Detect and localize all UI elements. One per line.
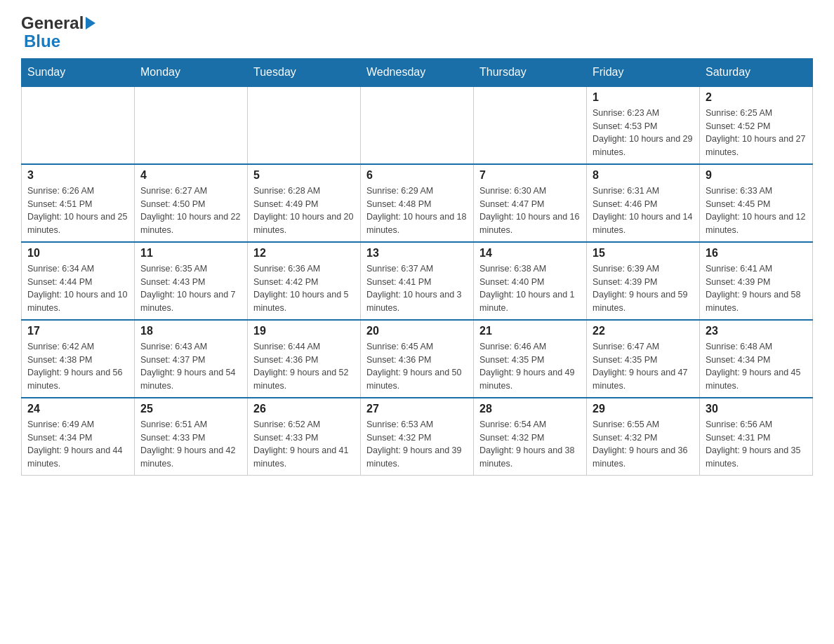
day-info: Sunrise: 6:28 AMSunset: 4:49 PMDaylight:…: [253, 185, 355, 237]
day-info: Sunrise: 6:43 AMSunset: 4:37 PMDaylight:…: [140, 340, 241, 393]
day-info: Sunrise: 6:55 AMSunset: 4:32 PMDaylight:…: [593, 418, 694, 471]
day-number: 17: [27, 325, 128, 337]
cell-week4-day5: 22Sunrise: 6:47 AMSunset: 4:35 PMDayligh…: [587, 320, 700, 398]
day-info: Sunrise: 6:30 AMSunset: 4:47 PMDaylight:…: [479, 185, 581, 237]
day-info: Sunrise: 6:33 AMSunset: 4:45 PMDaylight:…: [706, 185, 807, 237]
day-number: 27: [366, 403, 468, 415]
cell-week3-day5: 15Sunrise: 6:39 AMSunset: 4:39 PMDayligh…: [587, 242, 700, 320]
col-monday: Monday: [135, 58, 248, 86]
cell-week1-day6: 2Sunrise: 6:25 AMSunset: 4:52 PMDaylight…: [700, 86, 813, 164]
cell-week2-day5: 8Sunrise: 6:31 AMSunset: 4:46 PMDaylight…: [587, 164, 700, 242]
calendar-header-row: Sunday Monday Tuesday Wednesday Thursday…: [22, 58, 813, 86]
day-info: Sunrise: 6:25 AMSunset: 4:52 PMDaylight:…: [706, 107, 807, 159]
day-number: 3: [27, 169, 128, 182]
day-info: Sunrise: 6:44 AMSunset: 4:36 PMDaylight:…: [253, 340, 355, 393]
cell-week1-day0: [22, 86, 135, 164]
day-number: 6: [366, 169, 468, 182]
day-info: Sunrise: 6:34 AMSunset: 4:44 PMDaylight:…: [27, 262, 128, 315]
day-info: Sunrise: 6:35 AMSunset: 4:43 PMDaylight:…: [140, 262, 241, 315]
day-number: 12: [253, 247, 355, 260]
cell-week1-day2: [248, 86, 361, 164]
col-tuesday: Tuesday: [248, 58, 361, 86]
day-number: 1: [593, 91, 694, 104]
calendar-table: Sunday Monday Tuesday Wednesday Thursday…: [21, 58, 813, 476]
cell-week2-day3: 6Sunrise: 6:29 AMSunset: 4:48 PMDaylight…: [361, 164, 474, 242]
cell-week5-day4: 28Sunrise: 6:54 AMSunset: 4:32 PMDayligh…: [474, 398, 587, 476]
cell-week2-day6: 9Sunrise: 6:33 AMSunset: 4:45 PMDaylight…: [700, 164, 813, 242]
cell-week1-day4: [474, 86, 587, 164]
col-sunday: Sunday: [22, 58, 135, 86]
day-number: 9: [706, 169, 807, 182]
page-header: General Blue: [21, 14, 813, 51]
day-info: Sunrise: 6:49 AMSunset: 4:34 PMDaylight:…: [27, 418, 128, 471]
col-wednesday: Wednesday: [361, 58, 474, 86]
cell-week2-day0: 3Sunrise: 6:26 AMSunset: 4:51 PMDaylight…: [22, 164, 135, 242]
day-info: Sunrise: 6:23 AMSunset: 4:53 PMDaylight:…: [593, 107, 694, 159]
day-number: 20: [366, 325, 468, 337]
day-number: 15: [593, 247, 694, 260]
week-row-1: 1Sunrise: 6:23 AMSunset: 4:53 PMDaylight…: [22, 86, 813, 164]
cell-week4-day1: 18Sunrise: 6:43 AMSunset: 4:37 PMDayligh…: [135, 320, 248, 398]
day-info: Sunrise: 6:46 AMSunset: 4:35 PMDaylight:…: [479, 340, 581, 393]
week-row-2: 3Sunrise: 6:26 AMSunset: 4:51 PMDaylight…: [22, 164, 813, 242]
week-row-3: 10Sunrise: 6:34 AMSunset: 4:44 PMDayligh…: [22, 242, 813, 320]
week-row-5: 24Sunrise: 6:49 AMSunset: 4:34 PMDayligh…: [22, 398, 813, 476]
day-info: Sunrise: 6:47 AMSunset: 4:35 PMDaylight:…: [593, 340, 694, 393]
day-number: 24: [27, 403, 128, 415]
day-info: Sunrise: 6:37 AMSunset: 4:41 PMDaylight:…: [366, 262, 468, 315]
day-number: 19: [253, 325, 355, 337]
cell-week3-day2: 12Sunrise: 6:36 AMSunset: 4:42 PMDayligh…: [248, 242, 361, 320]
day-number: 4: [140, 169, 241, 182]
day-number: 22: [593, 325, 694, 337]
cell-week5-day2: 26Sunrise: 6:52 AMSunset: 4:33 PMDayligh…: [248, 398, 361, 476]
logo-general-text: General: [21, 14, 95, 32]
cell-week5-day1: 25Sunrise: 6:51 AMSunset: 4:33 PMDayligh…: [135, 398, 248, 476]
col-thursday: Thursday: [474, 58, 587, 86]
day-number: 2: [706, 91, 807, 104]
day-info: Sunrise: 6:54 AMSunset: 4:32 PMDaylight:…: [479, 418, 581, 471]
col-saturday: Saturday: [700, 58, 813, 86]
cell-week4-day0: 17Sunrise: 6:42 AMSunset: 4:38 PMDayligh…: [22, 320, 135, 398]
day-number: 18: [140, 325, 241, 337]
day-info: Sunrise: 6:36 AMSunset: 4:42 PMDaylight:…: [253, 262, 355, 315]
day-number: 16: [706, 247, 807, 260]
day-number: 5: [253, 169, 355, 182]
day-info: Sunrise: 6:39 AMSunset: 4:39 PMDaylight:…: [593, 262, 694, 315]
cell-week3-day6: 16Sunrise: 6:41 AMSunset: 4:39 PMDayligh…: [700, 242, 813, 320]
cell-week4-day3: 20Sunrise: 6:45 AMSunset: 4:36 PMDayligh…: [361, 320, 474, 398]
cell-week5-day0: 24Sunrise: 6:49 AMSunset: 4:34 PMDayligh…: [22, 398, 135, 476]
day-info: Sunrise: 6:52 AMSunset: 4:33 PMDaylight:…: [253, 418, 355, 471]
cell-week1-day1: [135, 86, 248, 164]
cell-week5-day5: 29Sunrise: 6:55 AMSunset: 4:32 PMDayligh…: [587, 398, 700, 476]
cell-week1-day3: [361, 86, 474, 164]
day-number: 28: [479, 403, 581, 415]
cell-week5-day6: 30Sunrise: 6:56 AMSunset: 4:31 PMDayligh…: [700, 398, 813, 476]
day-info: Sunrise: 6:56 AMSunset: 4:31 PMDaylight:…: [706, 418, 807, 471]
day-number: 26: [253, 403, 355, 415]
cell-week4-day6: 23Sunrise: 6:48 AMSunset: 4:34 PMDayligh…: [700, 320, 813, 398]
day-info: Sunrise: 6:26 AMSunset: 4:51 PMDaylight:…: [27, 185, 128, 237]
day-info: Sunrise: 6:29 AMSunset: 4:48 PMDaylight:…: [366, 185, 468, 237]
day-number: 10: [27, 247, 128, 260]
day-info: Sunrise: 6:53 AMSunset: 4:32 PMDaylight:…: [366, 418, 468, 471]
day-info: Sunrise: 6:27 AMSunset: 4:50 PMDaylight:…: [140, 185, 241, 237]
day-number: 7: [479, 169, 581, 182]
day-info: Sunrise: 6:51 AMSunset: 4:33 PMDaylight:…: [140, 418, 241, 471]
day-number: 11: [140, 247, 241, 260]
day-info: Sunrise: 6:41 AMSunset: 4:39 PMDaylight:…: [706, 262, 807, 315]
day-info: Sunrise: 6:31 AMSunset: 4:46 PMDaylight:…: [593, 185, 694, 237]
day-info: Sunrise: 6:38 AMSunset: 4:40 PMDaylight:…: [479, 262, 581, 315]
day-number: 13: [366, 247, 468, 260]
cell-week3-day4: 14Sunrise: 6:38 AMSunset: 4:40 PMDayligh…: [474, 242, 587, 320]
cell-week2-day1: 4Sunrise: 6:27 AMSunset: 4:50 PMDaylight…: [135, 164, 248, 242]
day-number: 25: [140, 403, 241, 415]
logo: General Blue: [21, 14, 95, 51]
day-info: Sunrise: 6:48 AMSunset: 4:34 PMDaylight:…: [706, 340, 807, 393]
cell-week4-day2: 19Sunrise: 6:44 AMSunset: 4:36 PMDayligh…: [248, 320, 361, 398]
day-number: 21: [479, 325, 581, 337]
cell-week4-day4: 21Sunrise: 6:46 AMSunset: 4:35 PMDayligh…: [474, 320, 587, 398]
day-number: 14: [479, 247, 581, 260]
cell-week3-day0: 10Sunrise: 6:34 AMSunset: 4:44 PMDayligh…: [22, 242, 135, 320]
cell-week5-day3: 27Sunrise: 6:53 AMSunset: 4:32 PMDayligh…: [361, 398, 474, 476]
cell-week2-day2: 5Sunrise: 6:28 AMSunset: 4:49 PMDaylight…: [248, 164, 361, 242]
